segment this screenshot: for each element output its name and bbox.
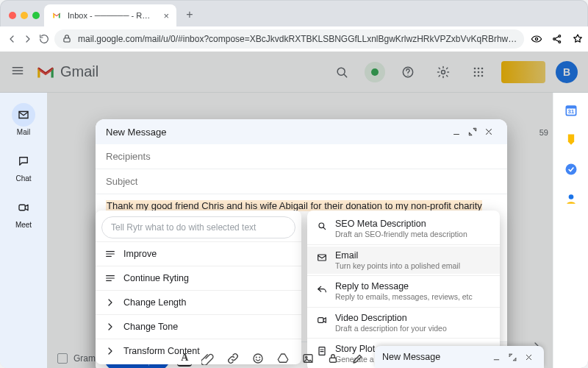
tab-title: Inbox - ────── - R… [68, 11, 150, 20]
svg-point-18 [478, 71, 480, 73]
address-bar: mail.google.com/mail/u/0/#inbox?compose=… [0, 26, 588, 52]
svg-point-20 [474, 74, 476, 77]
subject-field[interactable]: Subject [96, 169, 507, 194]
svg-point-15 [478, 67, 480, 69]
browser-window: Inbox - ────── - R… × + mail.google.com/… [0, 0, 588, 368]
drive-icon[interactable] [274, 350, 292, 367]
rail-label-meet: Meet [15, 221, 32, 229]
assistant-panels: Tell Rytr what to do with selected text … [96, 210, 537, 368]
svg-point-28 [568, 194, 573, 199]
assist-template-seo[interactable]: SEO Meta DescriptionDraft an SEO-friendl… [307, 215, 500, 243]
bookmark-star-icon[interactable] [570, 31, 586, 47]
rail-item-chat[interactable]: Chat [6, 149, 41, 183]
svg-point-17 [474, 71, 476, 73]
browser-tab[interactable]: Inbox - ────── - R… × [44, 4, 176, 26]
confidential-lock-icon[interactable] [324, 350, 342, 367]
mini-minimize-icon[interactable] [488, 349, 504, 365]
rail-item-mail[interactable]: Mail [6, 103, 41, 136]
compose-header[interactable]: New Message [96, 119, 507, 144]
close-icon[interactable] [481, 124, 497, 140]
image-icon[interactable] [299, 350, 317, 367]
omnibox[interactable]: mail.google.com/mail/u/0/#inbox?compose=… [54, 29, 524, 49]
gmail-header: Gmail B [0, 52, 588, 93]
svg-point-33 [254, 354, 262, 363]
recipients-field[interactable]: Recipients [96, 144, 507, 169]
window-controls [6, 12, 44, 26]
reload-button[interactable] [38, 30, 50, 48]
close-window-icon[interactable] [9, 12, 16, 19]
left-rail: Mail Chat Meet [0, 93, 47, 368]
svg-point-1 [536, 38, 538, 40]
forward-button[interactable] [22, 30, 34, 48]
account-avatar[interactable]: B [556, 61, 578, 83]
minimize-window-icon[interactable] [21, 12, 28, 19]
svg-point-13 [442, 70, 445, 74]
search-icon[interactable] [329, 60, 354, 85]
checkbox-icon[interactable] [57, 353, 68, 364]
svg-point-14 [474, 67, 476, 69]
lines-icon [104, 248, 116, 260]
calendar-addon-icon[interactable]: 31 [564, 103, 578, 118]
chevron-right-icon [104, 321, 116, 333]
popin-icon[interactable] [465, 124, 481, 140]
compose-body[interactable]: Thank my good friend Chris and his wife … [96, 194, 507, 342]
attach-icon[interactable] [199, 350, 217, 367]
video-icon [316, 314, 328, 326]
assist-item-improve[interactable]: Improve [96, 244, 301, 264]
rail-label-chat: Chat [15, 174, 31, 183]
subject-placeholder: Subject [106, 176, 137, 187]
status-presence-icon[interactable] [365, 62, 385, 82]
svg-point-34 [257, 357, 257, 358]
search-icon [316, 220, 328, 232]
right-rail: 31 [553, 93, 588, 368]
assist-template-email[interactable]: EmailTurn key points into a polished ema… [307, 247, 500, 275]
signature-pen-icon[interactable] [349, 350, 367, 367]
assist-item-transform[interactable]: Transform Content [96, 341, 301, 361]
new-tab-button[interactable]: + [181, 6, 198, 24]
assist-item-change-length[interactable]: Change Length [96, 292, 301, 313]
svg-point-10 [337, 68, 345, 75]
main-menu-icon[interactable] [10, 63, 25, 81]
help-icon[interactable] [395, 60, 420, 85]
page-viewport: Gmail B Mail Chat Meet [0, 52, 588, 368]
fullscreen-window-icon[interactable] [32, 12, 40, 19]
chevron-right-icon [104, 345, 116, 357]
assist-item-change-tone[interactable]: Change Tone [96, 316, 301, 337]
mini-close-icon[interactable] [520, 349, 537, 365]
svg-rect-23 [19, 205, 25, 210]
recipients-placeholder: Recipients [106, 151, 151, 162]
svg-point-22 [481, 74, 484, 77]
account-chip[interactable] [501, 61, 545, 83]
rail-item-meet[interactable]: Meet [6, 196, 41, 229]
minimized-compose[interactable]: New Message [375, 346, 544, 368]
tasks-addon-icon[interactable] [564, 162, 578, 177]
assistant-input-placeholder: Tell Rytr what to do with selected text [111, 222, 256, 233]
contacts-addon-icon[interactable] [564, 191, 578, 206]
site-info-icon [62, 34, 72, 44]
gmail-favicon-icon [51, 10, 62, 21]
eye-icon[interactable] [528, 31, 545, 47]
assist-template-reply[interactable]: Reply to MessageReply to emails, message… [307, 277, 500, 305]
minimize-icon[interactable] [448, 124, 465, 140]
assist-template-video[interactable]: Video DescriptionDraft a description for… [307, 309, 500, 337]
assist-item-continue[interactable]: Continue Ryting [96, 268, 301, 289]
tab-close-icon[interactable]: × [163, 10, 169, 21]
emoji-icon[interactable] [249, 350, 267, 367]
row-count-label: 59 [539, 128, 548, 137]
link-icon[interactable] [224, 350, 242, 367]
share-icon[interactable] [549, 31, 565, 47]
back-button[interactable] [6, 30, 18, 48]
url-text: mail.google.com/mail/u/0/#inbox?compose=… [78, 34, 517, 44]
assistant-command-input[interactable]: Tell Rytr what to do with selected text [101, 216, 295, 238]
reply-icon [316, 283, 328, 294]
assistant-right-panel: SEO Meta DescriptionDraft an SEO-friendl… [307, 210, 500, 368]
svg-point-37 [306, 356, 307, 358]
settings-gear-icon[interactable] [431, 60, 456, 85]
svg-point-21 [478, 74, 480, 77]
gmail-logo[interactable]: Gmail [35, 63, 98, 80]
lines-icon [104, 272, 116, 284]
format-text-icon[interactable]: A [177, 350, 192, 367]
keep-addon-icon[interactable] [564, 132, 578, 147]
mini-popout-icon[interactable] [504, 349, 520, 365]
apps-grid-icon[interactable] [466, 60, 491, 85]
